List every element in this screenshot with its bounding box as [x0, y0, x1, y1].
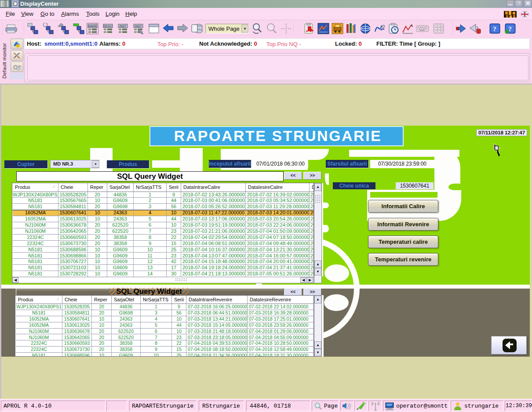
svg-text:?: ? — [493, 25, 496, 33]
svg-text:INST: INST — [135, 25, 142, 28]
svg-text:DESC: DESC — [103, 25, 112, 28]
svg-text:NAME: NAME — [88, 25, 97, 28]
svg-text:?: ? — [508, 25, 512, 33]
svg-text:INST: INST — [120, 25, 127, 28]
